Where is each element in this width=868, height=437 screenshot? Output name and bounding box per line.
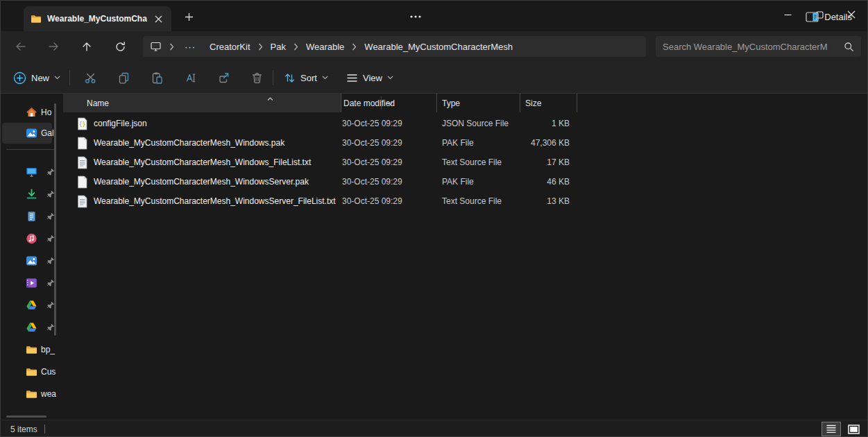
more-options-button[interactable] bbox=[403, 7, 428, 26]
sidebar-item-gdrive-2[interactable] bbox=[1, 316, 62, 339]
sidebar-item-folder-wea[interactable]: wea bbox=[1, 383, 62, 405]
sidebar-item-documents[interactable] bbox=[1, 205, 62, 228]
breadcrumb-item[interactable]: CreatorKit bbox=[204, 40, 256, 53]
new-button-label: New bbox=[31, 73, 49, 83]
delete-button[interactable] bbox=[240, 65, 273, 90]
search-input[interactable] bbox=[663, 42, 844, 52]
new-button[interactable]: New bbox=[9, 68, 65, 87]
sort-button[interactable]: Sort bbox=[280, 68, 332, 87]
file-type: PAK File bbox=[442, 172, 474, 191]
sidebar-item-folder-Cus[interactable]: Cus bbox=[1, 361, 62, 383]
sort-button-label: Sort bbox=[300, 73, 317, 83]
breadcrumb-item[interactable]: Pak bbox=[265, 40, 291, 53]
file-row[interactable]: Wearable_MyCustomCharacterMesh_Windows_F… bbox=[63, 153, 863, 172]
sidebar-item-folder-bp_[interactable]: bp_ bbox=[1, 339, 62, 361]
file-row[interactable]: Wearable_MyCustomCharacterMesh_WindowsSe… bbox=[63, 172, 863, 191]
cut-button[interactable] bbox=[74, 65, 107, 90]
column-label: Name bbox=[87, 98, 109, 108]
rename-icon bbox=[184, 71, 197, 85]
file-row[interactable]: Wearable_MyCustomCharacterMesh_Windows.p… bbox=[63, 133, 863, 153]
svg-text:{}: {} bbox=[78, 120, 85, 127]
thumbnail-view-button[interactable] bbox=[844, 422, 863, 436]
column-divider[interactable] bbox=[577, 94, 577, 112]
sidebar-item-home[interactable]: Ho bbox=[1, 102, 62, 123]
column-label: Date modified bbox=[343, 98, 395, 108]
music-icon bbox=[26, 233, 37, 244]
sidebar-item-music[interactable] bbox=[1, 228, 62, 250]
sidebar-vertical-scrollbar[interactable] bbox=[54, 103, 56, 336]
file-row[interactable]: Wearable_MyCustomCharacterMesh_WindowsSe… bbox=[63, 191, 863, 211]
folder-icon bbox=[31, 13, 42, 24]
gdrive-icon bbox=[26, 322, 37, 333]
sidebar-item-gdrive-1[interactable] bbox=[1, 294, 62, 316]
column-divider[interactable] bbox=[341, 94, 341, 112]
minimize-button[interactable] bbox=[772, 1, 803, 28]
column-divider[interactable] bbox=[520, 94, 520, 112]
folder-icon bbox=[26, 366, 37, 377]
details-button[interactable]: Details bbox=[806, 7, 852, 26]
share-button[interactable] bbox=[207, 65, 240, 90]
explorer-tab[interactable]: Wearable_MyCustomCharacte bbox=[24, 6, 171, 31]
chevron-right-icon bbox=[350, 43, 359, 51]
file-row[interactable]: {}configFile.json30-Oct-25 09:29JSON Sou… bbox=[63, 114, 863, 133]
view-button-label: View bbox=[363, 73, 382, 83]
toolbar-divider bbox=[273, 70, 273, 85]
file-name: Wearable_MyCustomCharacterMesh_Windows_F… bbox=[94, 153, 311, 172]
chevron-right-icon bbox=[167, 43, 176, 51]
file-name: Wearable_MyCustomCharacterMesh_Windows.p… bbox=[94, 133, 284, 153]
pictures-icon bbox=[26, 255, 37, 266]
breadcrumb-overflow[interactable]: ··· bbox=[179, 42, 201, 52]
cut-icon bbox=[84, 71, 97, 85]
sidebar-horizontal-scrollbar[interactable] bbox=[6, 415, 46, 418]
paste-button[interactable] bbox=[140, 65, 173, 90]
chevron-down-icon bbox=[322, 76, 328, 80]
new-tab-button[interactable] bbox=[180, 8, 198, 26]
file-txt-icon bbox=[77, 191, 87, 211]
toolbar-divider bbox=[69, 70, 70, 85]
file-date-modified: 30-Oct-25 09:29 bbox=[342, 114, 402, 133]
column-header-date-modified[interactable]: Date modified bbox=[343, 94, 395, 112]
tab-close-icon[interactable] bbox=[153, 12, 164, 25]
file-json-icon: {} bbox=[77, 114, 87, 133]
sidebar-item-desktop[interactable] bbox=[1, 161, 62, 183]
gdrive-icon bbox=[26, 300, 37, 311]
tab-title: Wearable_MyCustomCharacte bbox=[47, 14, 147, 24]
details-view-button[interactable] bbox=[822, 422, 841, 436]
forward-button[interactable] bbox=[41, 34, 66, 59]
sidebar-item-gallery[interactable]: Gal bbox=[2, 123, 52, 144]
videos-icon bbox=[26, 277, 37, 289]
breadcrumb-item[interactable]: Wearable_MyCustomCharacterMesh bbox=[359, 40, 518, 53]
column-header-type[interactable]: Type bbox=[442, 94, 460, 112]
file-type: PAK File bbox=[442, 133, 474, 153]
copy-icon bbox=[117, 71, 130, 85]
sidebar-item-videos[interactable] bbox=[1, 272, 62, 294]
sidebar-item-pictures[interactable] bbox=[1, 250, 62, 272]
desktop-icon bbox=[26, 166, 37, 178]
address-bar[interactable]: ··· CreatorKitPakWearableWearable_MyCust… bbox=[143, 36, 646, 57]
column-header-size[interactable]: Size bbox=[525, 94, 541, 112]
file-date-modified: 30-Oct-25 09:29 bbox=[342, 133, 402, 153]
rename-button[interactable] bbox=[173, 65, 207, 90]
share-icon bbox=[217, 71, 230, 85]
column-divider[interactable] bbox=[436, 94, 437, 112]
chevron-right-icon bbox=[256, 43, 265, 51]
up-button[interactable] bbox=[74, 34, 99, 59]
sidebar-item-downloads[interactable] bbox=[1, 183, 62, 205]
file-pak-icon bbox=[77, 172, 87, 191]
file-name: Wearable_MyCustomCharacterMesh_WindowsSe… bbox=[94, 172, 309, 191]
file-pak-icon bbox=[77, 133, 87, 153]
refresh-button[interactable] bbox=[108, 34, 133, 59]
sidebar-item-label: Gal bbox=[41, 128, 54, 138]
breadcrumb-item[interactable]: Wearable bbox=[300, 40, 350, 53]
column-header-name[interactable]: Name bbox=[63, 94, 341, 112]
back-button[interactable] bbox=[8, 34, 33, 59]
folder-icon bbox=[26, 388, 37, 400]
gallery-icon bbox=[26, 128, 37, 139]
view-button[interactable]: View bbox=[342, 68, 398, 87]
sort-icon bbox=[284, 72, 296, 84]
status-bar: 5 items bbox=[1, 420, 867, 437]
titlebar: Wearable_MyCustomCharacte bbox=[1, 1, 867, 31]
file-name: Wearable_MyCustomCharacterMesh_WindowsSe… bbox=[94, 191, 336, 211]
copy-button[interactable] bbox=[107, 65, 140, 90]
column-label: Type bbox=[442, 98, 460, 108]
